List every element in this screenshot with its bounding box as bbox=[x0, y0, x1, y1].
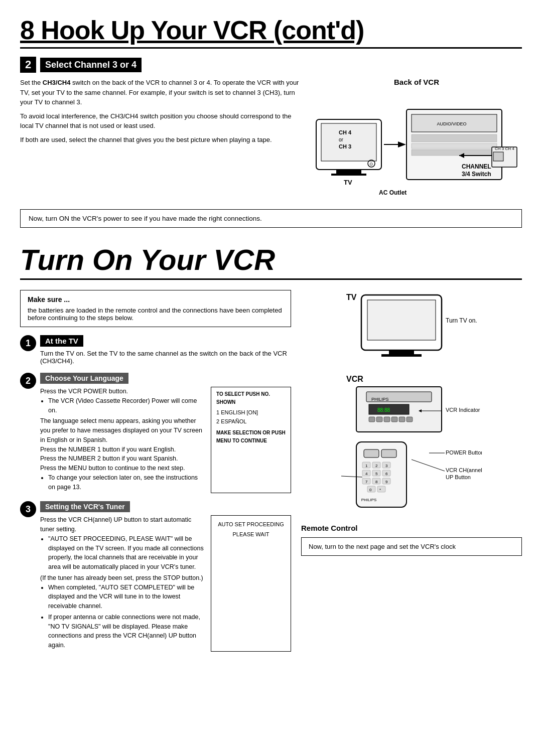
auto-set-line1: AUTO SET PROCEEDING bbox=[216, 520, 286, 530]
svg-text:TV: TV bbox=[344, 179, 352, 186]
lang-box-footer: MAKE SELECTION OR PUSH MENU TO CONTINUE bbox=[216, 429, 286, 445]
svg-text:VCR CH(annel): VCR CH(annel) bbox=[446, 467, 482, 473]
section2-text: Set the CH3/CH4 switch on the back of th… bbox=[20, 78, 301, 201]
svg-text:CHANNEL: CHANNEL bbox=[462, 163, 491, 170]
svg-rect-29 bbox=[381, 354, 422, 357]
svg-text:TV: TV bbox=[346, 293, 357, 301]
svg-rect-48 bbox=[381, 449, 396, 458]
svg-rect-38 bbox=[376, 417, 382, 422]
svg-text:PHILIPS: PHILIPS bbox=[361, 498, 377, 502]
svg-text:VCR Indicator: VCR Indicator bbox=[446, 407, 480, 413]
svg-text:5: 5 bbox=[375, 472, 378, 476]
svg-rect-22 bbox=[493, 152, 503, 161]
left-column: Make sure ... the batteries are loaded i… bbox=[20, 290, 291, 660]
section2-header: 2 Select Channel 3 or 4 bbox=[20, 57, 522, 73]
auto-set-box: AUTO SET PROCEEDING PLEASE WAIT bbox=[211, 515, 291, 652]
setting-vcr-body: Press the VCR CH(annel) UP button to sta… bbox=[40, 515, 291, 652]
language-body: Press the VCR POWER button. The VCR (Vid… bbox=[40, 387, 291, 493]
tv-svg: TV Turn TV on. bbox=[341, 290, 482, 360]
step3-para2: (If the tuner has already been set, pres… bbox=[40, 573, 206, 583]
svg-text:CH 4: CH 4 bbox=[339, 129, 352, 135]
next-page-box: Now, turn to the next page and set the V… bbox=[301, 537, 522, 556]
svg-line-75 bbox=[412, 460, 445, 471]
svg-text:*: * bbox=[379, 488, 381, 492]
main-content: Make sure ... the batteries are loaded i… bbox=[20, 290, 522, 660]
svg-text:VCR: VCR bbox=[346, 375, 363, 383]
step2-number: 2 bbox=[20, 373, 36, 389]
section3-title: Turn On Your VCR bbox=[20, 243, 522, 280]
step3-para1: Press the VCR CH(annel) UP button to sta… bbox=[40, 515, 206, 534]
step1-text: Turn the TV on. Set the TV to the same c… bbox=[40, 350, 291, 365]
svg-rect-41 bbox=[399, 417, 405, 422]
svg-text:PHILIPS: PHILIPS bbox=[371, 397, 389, 402]
svg-text:UP Button: UP Button bbox=[446, 474, 471, 480]
svg-rect-39 bbox=[384, 417, 390, 422]
svg-text:or: or bbox=[339, 137, 344, 142]
svg-text:7: 7 bbox=[365, 480, 368, 484]
lang-para1: The language select menu appears, asking… bbox=[40, 416, 206, 444]
step3-content: Setting the VCR's Tuner Press the VCR CH… bbox=[40, 501, 291, 652]
svg-rect-15 bbox=[412, 143, 497, 148]
make-sure-title: Make sure ... bbox=[28, 295, 284, 304]
step3-bullet3: If proper antenna or cable connections w… bbox=[48, 613, 206, 650]
svg-rect-14 bbox=[412, 134, 497, 142]
step2-content: Choose Your Language Press the VCR POWER… bbox=[40, 373, 291, 493]
step1-section: 1 At the TV Turn the TV on. Set the TV t… bbox=[20, 335, 291, 365]
lang-para3: Press the NUMBER 2 button if you want Sp… bbox=[40, 454, 206, 464]
step1-number: 1 bbox=[20, 335, 36, 351]
step2-number: 2 bbox=[20, 57, 36, 73]
svg-text:Turn TV on.: Turn TV on. bbox=[446, 317, 477, 324]
svg-text:AC Outlet: AC Outlet bbox=[379, 189, 406, 196]
make-sure-box: Make sure ... the batteries are loaded i… bbox=[20, 290, 291, 327]
svg-text:3: 3 bbox=[385, 464, 388, 468]
svg-rect-27 bbox=[367, 300, 436, 340]
back-of-vcr-label: Back of VCR bbox=[311, 78, 522, 86]
now-turn-on-box: Now, turn ON the VCR's power to see if y… bbox=[20, 209, 522, 228]
svg-text:88:88: 88:88 bbox=[377, 407, 390, 413]
svg-text:0: 0 bbox=[369, 488, 372, 492]
svg-rect-16 bbox=[412, 149, 497, 156]
section2-para3: If both are used, select the channel tha… bbox=[20, 135, 301, 145]
svg-rect-59 bbox=[377, 486, 385, 492]
press-vcr-power: Press the VCR POWER button. bbox=[40, 387, 206, 396]
lang-bullet2: To change your selection later on, see t… bbox=[48, 473, 206, 492]
section2-right: Back of VCR CH 4 or CH 3 TV ⊙ bbox=[311, 78, 522, 201]
language-selection-box: TO SELECT PUSH NO. SHOWN 1 ENGLISH [ON] … bbox=[211, 387, 291, 493]
lang-box-title: TO SELECT PUSH NO. SHOWN bbox=[216, 390, 286, 406]
svg-text:CH 3 CH 4: CH 3 CH 4 bbox=[495, 146, 514, 151]
make-sure-text: the batteries are loaded in the remote c… bbox=[28, 307, 284, 322]
step2-section: 2 Choose Your Language Press the VCR POW… bbox=[20, 373, 291, 493]
svg-rect-6 bbox=[331, 174, 366, 176]
svg-text:1: 1 bbox=[365, 464, 368, 468]
step1-content: At the TV Turn the TV on. Set the TV to … bbox=[40, 335, 291, 365]
section2-diagram: CH 4 or CH 3 TV ⊙ AUDIO/VIDEO bbox=[311, 89, 522, 200]
at-the-tv-label: At the TV bbox=[40, 335, 83, 347]
svg-text:⊙: ⊙ bbox=[369, 162, 373, 167]
section3: Turn On Your VCR Make sure ... the batte… bbox=[20, 243, 522, 660]
svg-rect-37 bbox=[369, 417, 375, 422]
choose-language-label: Choose Your Language bbox=[40, 373, 128, 384]
right-column: TV Turn TV on. VCR bbox=[301, 290, 522, 660]
step3-section: 3 Setting the VCR's Tuner Press the VCR … bbox=[20, 501, 291, 652]
lang-bullet1: The VCR (Video Cassette Recorder) Power … bbox=[48, 396, 206, 415]
section2-para2: To avoid local interference, the CH3/CH4… bbox=[20, 111, 301, 131]
svg-rect-47 bbox=[364, 449, 379, 458]
lang-box-line2: 2 ESPAÑOL bbox=[216, 417, 286, 426]
svg-text:4: 4 bbox=[365, 472, 368, 476]
main-title: 8 Hook Up Your VCR (cont'd) bbox=[20, 15, 522, 49]
svg-text:POWER Button: POWER Button bbox=[446, 449, 482, 456]
svg-rect-5 bbox=[336, 170, 361, 174]
step3-bullet2: When completed, "AUTO SET COMPLETED" wil… bbox=[48, 583, 206, 611]
setting-vcr-text: Press the VCR CH(annel) UP button to sta… bbox=[40, 515, 206, 652]
lang-para4: Press the MENU button to continue to the… bbox=[40, 464, 206, 473]
section2-para1: Set the CH3/CH4 switch on the back of th… bbox=[20, 78, 301, 107]
svg-text:CH 3: CH 3 bbox=[339, 143, 351, 149]
auto-set-line2: PLEASE WAIT bbox=[216, 530, 286, 540]
svg-text:9: 9 bbox=[385, 480, 388, 484]
svg-text:2: 2 bbox=[375, 464, 378, 468]
svg-rect-28 bbox=[389, 350, 414, 354]
remote-control-section: Remote Control Now, turn to the next pag… bbox=[301, 524, 522, 556]
lang-box-line1: 1 ENGLISH [ON] bbox=[216, 408, 286, 417]
setting-vcr-label: Setting the VCR's Tuner bbox=[40, 501, 130, 512]
svg-rect-42 bbox=[406, 417, 413, 422]
